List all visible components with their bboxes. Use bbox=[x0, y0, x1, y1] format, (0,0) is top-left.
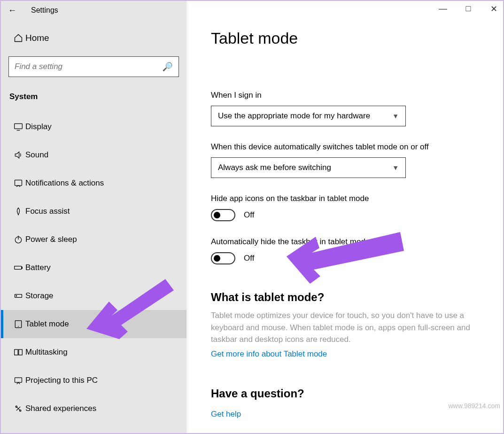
hide-icons-toggle[interactable] bbox=[211, 209, 235, 221]
sidebar-item-notifications[interactable]: Notifications & actions bbox=[1, 169, 186, 197]
hide-icons-label: Hide app icons on the taskbar in tablet … bbox=[211, 194, 484, 203]
close-button[interactable]: ✕ bbox=[489, 4, 498, 14]
multitasking-icon bbox=[11, 348, 25, 357]
watermark: www.989214.com bbox=[448, 402, 500, 410]
sidebar-item-projecting[interactable]: Projecting to this PC bbox=[1, 366, 186, 395]
focus-assist-icon bbox=[11, 207, 25, 216]
sidebar-item-label: Storage bbox=[25, 291, 54, 301]
sidebar: ← Settings Home 🔍 System Display Sound bbox=[1, 1, 186, 433]
chevron-down-icon: ▼ bbox=[392, 112, 399, 120]
sidebar-item-shared-experiences[interactable]: Shared experiences bbox=[1, 395, 186, 423]
sign-in-dropdown[interactable]: Use the appropriate mode for my hardware… bbox=[211, 106, 406, 126]
sidebar-nav: Display Sound Notifications & actions Fo… bbox=[1, 113, 186, 423]
sidebar-item-label: Power & sleep bbox=[25, 235, 77, 244]
switch-label: When this device automatically switches … bbox=[211, 142, 484, 152]
sidebar-item-tablet-mode[interactable]: Tablet mode bbox=[1, 310, 186, 338]
svg-rect-0 bbox=[15, 124, 23, 129]
home-icon bbox=[11, 33, 25, 43]
hide-taskbar-state: Off bbox=[244, 254, 254, 263]
svg-rect-6 bbox=[22, 267, 23, 268]
search-box[interactable]: 🔍 bbox=[8, 56, 179, 77]
search-input[interactable] bbox=[15, 62, 163, 71]
sidebar-item-focus-assist[interactable]: Focus assist bbox=[1, 197, 186, 225]
maximize-button[interactable]: □ bbox=[464, 4, 473, 14]
switch-value: Always ask me before switching bbox=[218, 163, 331, 172]
sidebar-item-label: Display bbox=[25, 122, 52, 132]
home-link[interactable]: Home bbox=[1, 20, 186, 56]
category-label: System bbox=[1, 87, 186, 113]
sign-in-value: Use the appropriate mode for my hardware bbox=[218, 111, 370, 121]
search-icon: 🔍 bbox=[163, 62, 173, 72]
page-title: Tablet mode bbox=[211, 29, 484, 47]
home-label: Home bbox=[25, 33, 49, 43]
notifications-icon bbox=[11, 178, 25, 188]
hide-taskbar-toggle[interactable] bbox=[211, 252, 235, 264]
power-icon bbox=[11, 235, 25, 244]
window-title: Settings bbox=[31, 6, 58, 15]
sidebar-item-storage[interactable]: Storage bbox=[1, 282, 186, 310]
sidebar-item-label: Multitasking bbox=[25, 348, 68, 357]
svg-rect-5 bbox=[15, 266, 22, 270]
sidebar-item-label: Battery bbox=[25, 263, 51, 272]
tablet-icon bbox=[11, 319, 25, 329]
svg-point-8 bbox=[16, 295, 17, 296]
shared-icon bbox=[11, 404, 25, 413]
hide-taskbar-label: Automatically hide the taskbar in tablet… bbox=[211, 237, 484, 247]
sidebar-item-multitasking[interactable]: Multitasking bbox=[1, 338, 186, 366]
storage-icon bbox=[11, 291, 25, 301]
sidebar-item-label: Tablet mode bbox=[25, 319, 69, 329]
switch-dropdown[interactable]: Always ask me before switching ▼ bbox=[211, 157, 406, 178]
battery-icon bbox=[11, 263, 25, 272]
sidebar-item-label: Shared experiences bbox=[25, 404, 96, 413]
back-icon[interactable]: ← bbox=[8, 6, 17, 16]
sidebar-item-battery[interactable]: Battery bbox=[1, 254, 186, 282]
what-heading: What is tablet mode? bbox=[211, 291, 484, 304]
projecting-icon bbox=[11, 376, 25, 385]
minimize-button[interactable]: — bbox=[438, 4, 448, 14]
svg-rect-2 bbox=[15, 180, 22, 186]
question-heading: Have a question? bbox=[211, 387, 484, 400]
sidebar-item-sound[interactable]: Sound bbox=[1, 141, 186, 169]
svg-rect-12 bbox=[19, 349, 23, 355]
svg-rect-13 bbox=[15, 378, 22, 382]
chevron-down-icon: ▼ bbox=[392, 164, 399, 171]
display-icon bbox=[11, 122, 25, 132]
sidebar-item-label: Sound bbox=[25, 150, 48, 160]
sidebar-item-display[interactable]: Display bbox=[1, 113, 186, 141]
hide-icons-state: Off bbox=[244, 210, 254, 220]
svg-rect-11 bbox=[15, 349, 18, 355]
main-content: — □ ✕ Tablet mode When I sign in Use the… bbox=[186, 1, 503, 433]
sign-in-label: When I sign in bbox=[211, 91, 484, 100]
sidebar-item-power-sleep[interactable]: Power & sleep bbox=[1, 225, 186, 254]
what-link[interactable]: Get more info about Tablet mode bbox=[211, 349, 327, 359]
what-description: Tablet mode optimizes your device for to… bbox=[211, 310, 484, 346]
sidebar-item-label: Notifications & actions bbox=[25, 178, 104, 188]
sidebar-item-label: Focus assist bbox=[25, 207, 70, 216]
sound-icon bbox=[11, 150, 25, 160]
get-help-link[interactable]: Get help bbox=[211, 410, 241, 419]
sidebar-item-label: Projecting to this PC bbox=[25, 376, 98, 385]
